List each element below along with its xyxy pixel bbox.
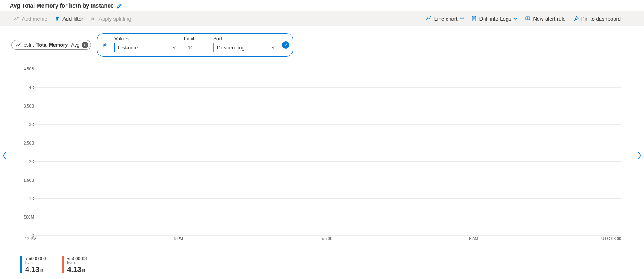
- chart-type-label: Line chart: [434, 16, 458, 22]
- legend-value: 4.13B: [67, 266, 88, 274]
- chevron-down-icon: [460, 17, 464, 21]
- limit-value: 10: [188, 45, 193, 51]
- sort-select[interactable]: Descending: [213, 43, 278, 52]
- timezone-label: UTC-08:00: [601, 236, 621, 241]
- gridline: [31, 161, 621, 162]
- legend-item[interactable]: vm000000bstn4.13B: [20, 256, 46, 274]
- chevron-down-icon: [172, 45, 176, 49]
- logs-icon: [471, 16, 477, 21]
- values-label: Values: [114, 36, 179, 42]
- next-chart-button[interactable]: [635, 150, 643, 161]
- page-title: Avg Total Memory for bstn by Instance: [10, 2, 114, 9]
- x-axis-tick: 6 PM: [174, 236, 183, 241]
- add-metric-button[interactable]: Add metric: [11, 14, 50, 23]
- sort-label: Sort: [213, 36, 278, 42]
- legend-resource: bstn: [67, 261, 88, 265]
- add-metric-label: Add metric: [22, 16, 47, 22]
- drill-logs-label: Drill into Logs: [479, 16, 511, 22]
- x-axis-tick: 6 AM: [469, 236, 478, 241]
- legend-color-bar: [62, 256, 64, 273]
- legend-series-name: vm000000: [25, 256, 46, 261]
- gridline: [31, 87, 621, 88]
- pill-metric: Total Memory,: [36, 42, 69, 48]
- apply-splitting-button[interactable]: Apply splitting: [87, 14, 134, 23]
- metric-pill[interactable]: bstn, Total Memory, Avg ✕: [11, 40, 91, 50]
- drill-logs-dropdown[interactable]: Drill into Logs: [468, 14, 521, 23]
- limit-input[interactable]: 10: [184, 43, 208, 52]
- more-actions-button[interactable]: ···: [625, 15, 640, 23]
- pin-label: Pin to dashboard: [581, 16, 621, 22]
- chevron-down-icon: [513, 17, 518, 21]
- apply-splitting-label: Apply splitting: [98, 16, 131, 22]
- legend-unit: B: [82, 268, 85, 273]
- x-axis-tick: 12 PM: [25, 236, 37, 241]
- pin-dashboard-button[interactable]: Pin to dashboard: [570, 14, 624, 23]
- apply-split-button[interactable]: ✓: [282, 41, 289, 49]
- legend-resource: bstn: [25, 261, 46, 265]
- add-filter-button[interactable]: Add filter: [51, 14, 86, 23]
- series-line: [31, 83, 621, 83]
- gridline: [31, 143, 621, 143]
- gridline: [31, 198, 621, 199]
- values-select[interactable]: Instance: [114, 43, 179, 52]
- legend-value: 4.13B: [25, 266, 46, 274]
- filter-icon: [54, 16, 60, 21]
- add-filter-label: Add filter: [62, 16, 83, 22]
- sort-value: Descending: [217, 45, 245, 51]
- legend-item[interactable]: vm000001bstn4.13B: [62, 256, 88, 274]
- chart: 0500M1B1.50B2B2.50B3B3.50B4B4.50B UTC-08…: [19, 69, 621, 243]
- gridline: [31, 106, 621, 106]
- chart-type-dropdown[interactable]: Line chart: [422, 14, 467, 23]
- chart-legend: vm000000bstn4.13Bvm000001bstn4.13B: [20, 256, 88, 274]
- pill-aggregation: Avg: [71, 42, 79, 48]
- split-icon: [90, 16, 96, 21]
- split-config: Values Instance Limit 10 Sort Descending…: [97, 33, 293, 57]
- chart-toolbar: Add metric Add filter Apply splitting Li…: [0, 11, 644, 26]
- gridline: [31, 124, 621, 125]
- metric-icon: [16, 43, 21, 47]
- edit-title-icon[interactable]: [116, 2, 123, 9]
- x-axis-tick: Tue 09: [320, 236, 332, 241]
- gridline: [31, 69, 621, 69]
- limit-label: Limit: [184, 36, 208, 42]
- segment-icon: [102, 42, 109, 48]
- pill-resource: bstn,: [24, 42, 34, 48]
- add-metric-icon: [14, 16, 19, 21]
- alert-icon: [525, 16, 531, 21]
- remove-metric-icon[interactable]: ✕: [82, 42, 88, 48]
- gridline: [31, 217, 621, 217]
- prev-chart-button[interactable]: [1, 150, 9, 161]
- legend-color-bar: [20, 256, 22, 273]
- pin-icon: [573, 16, 579, 21]
- new-alert-button[interactable]: New alert rule: [522, 14, 569, 23]
- legend-unit: B: [40, 268, 43, 273]
- values-value: Instance: [118, 45, 138, 51]
- gridline: [31, 180, 621, 180]
- line-chart-icon: [426, 16, 432, 21]
- new-alert-label: New alert rule: [533, 16, 565, 22]
- legend-series-name: vm000001: [67, 256, 88, 261]
- chevron-down-icon: [271, 45, 275, 49]
